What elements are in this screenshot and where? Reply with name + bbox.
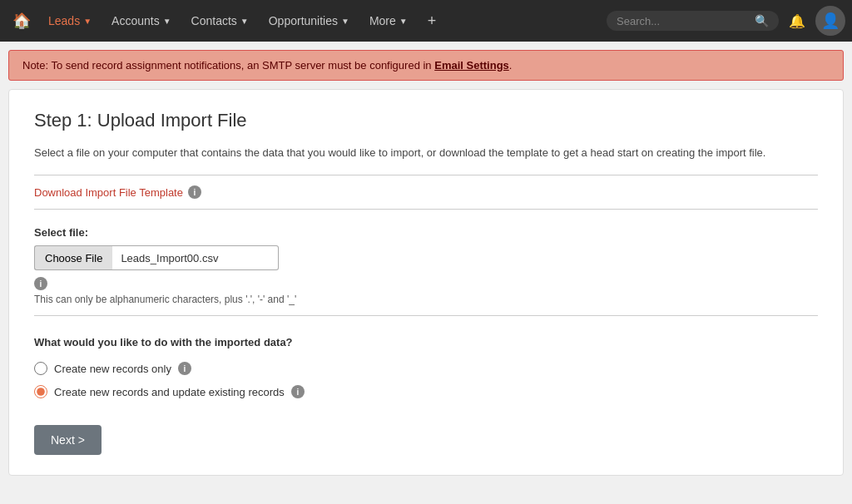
- nav-opportunities-label: Opportunities: [269, 14, 338, 27]
- alert-text-after: .: [509, 59, 513, 72]
- radio-create-update[interactable]: Create new records and update existing r…: [34, 385, 818, 398]
- import-question: What would you like to do with the impor…: [34, 336, 818, 348]
- nav-plus-button[interactable]: +: [419, 6, 445, 37]
- nav-leads-label: Leads: [48, 14, 80, 27]
- nav-more-chevron: ▼: [399, 17, 408, 26]
- choose-file-button[interactable]: Choose File: [34, 245, 112, 270]
- nav-accounts-chevron: ▼: [163, 17, 171, 26]
- download-link-text: Download Import File Template: [34, 186, 183, 199]
- nav-contacts[interactable]: Contacts ▼: [183, 7, 257, 34]
- file-hint-row: i: [34, 277, 818, 290]
- file-hint-text: This can only be alphanumeric characters…: [34, 294, 818, 305]
- search-bar[interactable]: 🔍: [607, 11, 779, 31]
- user-avatar[interactable]: 👤: [815, 6, 845, 36]
- navigation: 🏠 Leads ▼ Accounts ▼ Contacts ▼ Opportun…: [0, 0, 852, 42]
- nav-contacts-chevron: ▼: [240, 17, 249, 26]
- radio-create-only-label: Create new records only: [54, 363, 171, 375]
- search-input[interactable]: [617, 15, 750, 27]
- nav-leads-chevron: ▼: [83, 17, 92, 26]
- nav-accounts[interactable]: Accounts ▼: [103, 7, 180, 34]
- nav-opportunities-chevron: ▼: [341, 17, 349, 26]
- nav-leads[interactable]: Leads ▼: [40, 7, 100, 34]
- radio-create-update-text: Create new records and update existing r…: [54, 386, 285, 398]
- download-info-icon[interactable]: i: [188, 185, 201, 199]
- divider-1: [34, 175, 818, 175]
- file-hint-icon[interactable]: i: [34, 277, 47, 290]
- radio-create-update-input[interactable]: [34, 385, 47, 398]
- next-button[interactable]: Next >: [34, 425, 102, 455]
- download-template-link[interactable]: Download Import File Template i: [34, 185, 201, 199]
- search-icon: 🔍: [755, 14, 769, 27]
- home-button[interactable]: 🏠: [7, 6, 37, 36]
- divider-2: [34, 209, 818, 210]
- radio-create-only[interactable]: Create new records only i: [34, 362, 818, 375]
- nav-contacts-label: Contacts: [191, 14, 237, 27]
- step-title: Step 1: Upload Import File: [34, 110, 818, 131]
- file-input-row: Choose File Leads_Import00.csv: [34, 245, 818, 270]
- create-update-info-icon[interactable]: i: [291, 385, 305, 398]
- email-settings-link[interactable]: Email Settings: [434, 59, 509, 72]
- radio-create-only-text: Create new records only: [54, 363, 171, 375]
- smtp-alert-banner: Note: To send record assignment notifica…: [8, 50, 844, 81]
- alert-text-before: Note: To send record assignment notifica…: [22, 59, 434, 72]
- main-content-card: Step 1: Upload Import File Select a file…: [8, 89, 844, 476]
- step-description: Select a file on your computer that cont…: [34, 145, 818, 161]
- radio-create-only-input[interactable]: [34, 362, 47, 375]
- nav-more-label: More: [369, 14, 396, 27]
- create-only-info-icon[interactable]: i: [178, 362, 191, 375]
- nav-opportunities[interactable]: Opportunities ▼: [260, 7, 358, 34]
- notifications-button[interactable]: 🔔: [782, 6, 812, 36]
- radio-create-update-label: Create new records and update existing r…: [54, 386, 285, 398]
- divider-3: [34, 315, 818, 316]
- nav-accounts-label: Accounts: [111, 14, 160, 27]
- file-name-display: Leads_Import00.csv: [112, 245, 279, 270]
- select-file-label: Select file:: [34, 226, 818, 239]
- nav-more[interactable]: More ▼: [361, 7, 416, 34]
